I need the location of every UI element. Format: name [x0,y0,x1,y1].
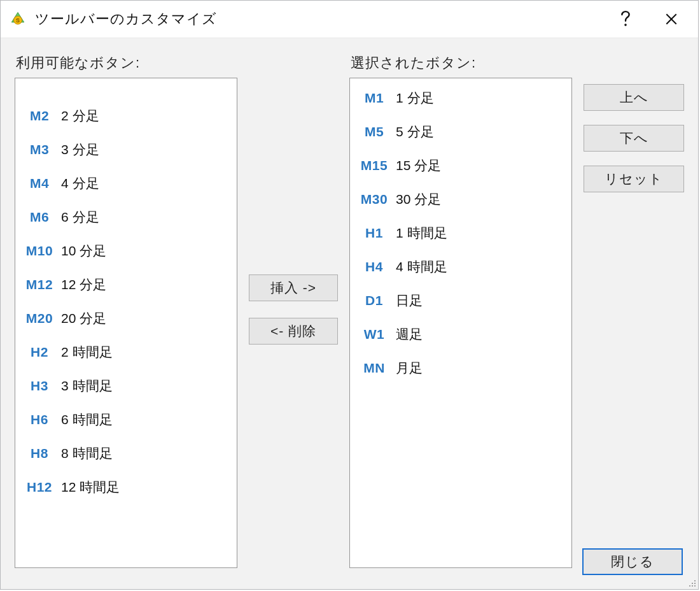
list-item[interactable]: H1212 時間足 [15,470,237,504]
svg-rect-8 [694,583,696,584]
svg-text:S: S [16,17,20,24]
svg-rect-10 [692,585,693,587]
timeframe-code: M15 [356,158,392,173]
timeframe-description: 2 分足 [57,107,99,125]
list-item[interactable]: M44 分足 [15,166,237,200]
timeframe-code: W1 [356,327,392,342]
available-column: 利用可能なボタン: M22 分足M33 分足M44 分足M66 分足M1010 … [15,51,237,568]
listbox-top-spacer [15,81,237,99]
timeframe-code: H2 [22,345,57,360]
timeframe-description: 週足 [392,325,423,343]
close-button[interactable]: 閉じる [582,548,683,575]
timeframe-description: 1 分足 [392,89,434,107]
svg-rect-11 [694,585,696,587]
timeframe-code: M2 [22,108,57,124]
timeframe-code: H3 [22,378,57,394]
app-icon: S [10,11,26,27]
timeframe-code: M10 [22,243,57,259]
move-up-button[interactable]: 上へ [584,84,684,111]
close-window-button[interactable] [648,4,694,34]
timeframe-description: 12 分足 [57,276,106,294]
list-item[interactable]: H88 時間足 [15,436,237,470]
transfer-buttons-column: 挿入 -> <- 削除 [249,51,338,568]
timeframe-code: D1 [356,293,392,308]
timeframe-code: M30 [356,192,392,207]
timeframe-description: 月足 [392,359,423,377]
timeframe-description: 4 分足 [57,174,99,192]
window-title: ツールバーのカスタマイズ [35,10,603,29]
list-item[interactable]: M1212 分足 [15,267,237,301]
order-buttons-column: 上へ 下へ リセット [584,51,685,568]
help-button[interactable] [603,4,648,34]
remove-button[interactable]: <- 削除 [249,318,338,345]
timeframe-code: H8 [22,446,57,461]
list-item[interactable]: M11 分足 [350,81,571,115]
timeframe-description: 30 分足 [392,190,441,208]
timeframe-code: H6 [22,412,57,427]
list-item[interactable]: M1010 分足 [15,234,237,267]
timeframe-code: M20 [22,311,57,326]
list-item[interactable]: H66 時間足 [15,402,237,436]
list-item[interactable]: M66 分足 [15,200,237,234]
timeframe-code: H12 [22,480,57,495]
timeframe-description: 10 分足 [57,242,106,260]
svg-rect-6 [694,580,696,581]
resize-grip-icon[interactable] [687,578,697,588]
svg-rect-9 [689,585,690,587]
selected-buttons-label: 選択されたボタン: [351,53,572,73]
list-item[interactable]: H11 時間足 [350,216,571,250]
timeframe-code: M1 [356,90,392,106]
timeframe-description: 2 時間足 [57,343,113,361]
list-item[interactable]: MN月足 [350,351,571,385]
timeframe-code: H4 [356,259,392,274]
svg-rect-7 [692,583,693,584]
timeframe-description: 3 分足 [57,141,99,159]
column-top-spacer [584,51,685,70]
timeframe-code: M6 [22,210,57,225]
selected-buttons-listbox[interactable]: M11 分足M55 分足M1515 分足M3030 分足H11 時間足H44 時… [349,78,572,568]
timeframe-description: 8 時間足 [57,445,113,462]
timeframe-code: M12 [22,277,57,292]
list-item[interactable]: M55 分足 [350,115,571,148]
available-buttons-label: 利用可能なボタン: [16,53,237,73]
timeframe-code: H1 [356,225,392,241]
main-grid: 利用可能なボタン: M22 分足M33 分足M44 分足M66 分足M1010 … [15,51,684,568]
list-item[interactable]: M2020 分足 [15,301,237,335]
selected-column: 選択されたボタン: M11 分足M55 分足M1515 分足M3030 分足H1… [349,51,572,568]
timeframe-description: 20 分足 [57,310,106,327]
list-item[interactable]: M3030 分足 [350,182,571,216]
list-item[interactable]: H33 時間足 [15,369,237,402]
timeframe-code: M4 [22,176,57,191]
list-item[interactable]: M1515 分足 [350,148,571,182]
dialog-client-area: 利用可能なボタン: M22 分足M33 分足M44 分足M66 分足M1010 … [1,38,698,589]
dialog-window: S ツールバーのカスタマイズ 利用可能なボタン: [0,0,699,590]
close-button-row: 閉じる [582,548,683,575]
svg-point-3 [624,24,627,26]
timeframe-description: 12 時間足 [57,478,120,496]
title-bar: S ツールバーのカスタマイズ [1,1,698,38]
list-item[interactable]: H44 時間足 [350,250,571,283]
list-item[interactable]: H22 時間足 [15,335,237,369]
timeframe-code: M3 [22,142,57,157]
timeframe-code: M5 [356,124,392,139]
timeframe-code: MN [356,360,392,376]
timeframe-description: 日足 [392,292,423,310]
timeframe-description: 4 時間足 [392,258,447,276]
list-item[interactable]: M33 分足 [15,132,237,166]
reset-button[interactable]: リセット [584,166,684,192]
timeframe-description: 15 分足 [392,157,441,174]
list-item[interactable]: D1日足 [350,283,571,317]
available-buttons-listbox[interactable]: M22 分足M33 分足M44 分足M66 分足M1010 分足M1212 分足… [15,78,237,568]
list-item[interactable]: M22 分足 [15,99,237,132]
insert-button[interactable]: 挿入 -> [249,274,338,301]
list-item[interactable]: W1週足 [350,317,571,351]
timeframe-description: 1 時間足 [392,224,447,242]
timeframe-description: 5 分足 [392,123,434,141]
move-down-button[interactable]: 下へ [584,125,684,152]
timeframe-description: 3 時間足 [57,377,113,395]
timeframe-description: 6 時間足 [57,411,113,429]
timeframe-description: 6 分足 [57,208,99,226]
window-controls [603,4,694,34]
